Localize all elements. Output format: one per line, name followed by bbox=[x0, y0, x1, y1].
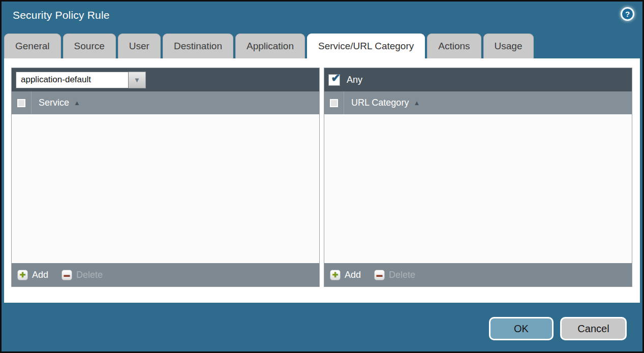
service-panel-footer: ✚ Add ▬ Delete bbox=[12, 263, 319, 286]
help-icon[interactable]: ? bbox=[621, 7, 634, 21]
service-select-all-cell bbox=[12, 91, 32, 114]
service-column-label[interactable]: Service bbox=[39, 98, 69, 108]
tab-bar: General Source User Destination Applicat… bbox=[4, 34, 534, 58]
service-type-dropdown-button[interactable]: ▼ bbox=[129, 72, 146, 88]
minus-icon: ▬ bbox=[62, 270, 72, 280]
url-category-select-all-checkbox[interactable] bbox=[329, 99, 339, 108]
sort-asc-icon[interactable]: ▲ bbox=[413, 99, 420, 107]
service-list-body bbox=[12, 114, 319, 263]
url-category-panel-header: ✔ Any bbox=[324, 68, 632, 91]
tab-usage[interactable]: Usage bbox=[483, 34, 534, 58]
tab-content-area: application-default ▼ Service ▲ ✚ bbox=[4, 58, 640, 303]
tab-source[interactable]: Source bbox=[63, 34, 116, 58]
delete-service-label: Delete bbox=[76, 270, 103, 280]
tab-destination[interactable]: Destination bbox=[163, 34, 233, 58]
url-category-list-body bbox=[324, 114, 632, 263]
add-service-button[interactable]: ✚ Add bbox=[17, 270, 48, 280]
service-select-all-checkbox[interactable] bbox=[17, 99, 26, 108]
delete-url-category-label: Delete bbox=[389, 270, 415, 280]
tab-actions[interactable]: Actions bbox=[427, 34, 481, 58]
tab-service-url-category[interactable]: Service/URL Category bbox=[307, 34, 425, 58]
security-policy-rule-dialog: Security Policy Rule ? General Source Us… bbox=[0, 0, 644, 353]
url-category-panel: ✔ Any URL Category ▲ ✚ Add bbox=[324, 68, 632, 287]
service-type-dropdown[interactable]: application-default ▼ bbox=[16, 72, 146, 88]
any-label: Any bbox=[347, 75, 362, 85]
url-category-column-label[interactable]: URL Category bbox=[351, 98, 409, 108]
service-panel-header: application-default ▼ bbox=[12, 68, 319, 91]
any-checkbox[interactable]: ✔ bbox=[328, 74, 340, 86]
url-category-column-header: URL Category ▲ bbox=[324, 91, 632, 114]
tab-application[interactable]: Application bbox=[235, 34, 305, 58]
cancel-button[interactable]: Cancel bbox=[560, 317, 627, 340]
add-url-category-label: Add bbox=[345, 270, 361, 280]
chevron-down-icon: ▼ bbox=[134, 77, 140, 83]
minus-icon: ▬ bbox=[374, 270, 385, 280]
sort-asc-icon[interactable]: ▲ bbox=[74, 99, 80, 107]
tab-user[interactable]: User bbox=[118, 34, 161, 58]
tab-general[interactable]: General bbox=[4, 34, 61, 58]
delete-url-category-button[interactable]: ▬ Delete bbox=[374, 270, 415, 280]
dialog-title: Security Policy Rule bbox=[13, 9, 110, 21]
delete-service-button[interactable]: ▬ Delete bbox=[62, 270, 103, 280]
service-column-header: Service ▲ bbox=[12, 91, 319, 114]
ok-button[interactable]: OK bbox=[489, 317, 554, 340]
add-service-label: Add bbox=[32, 270, 48, 280]
url-category-panel-footer: ✚ Add ▬ Delete bbox=[324, 263, 632, 286]
checkmark-icon: ✔ bbox=[331, 73, 340, 84]
plus-icon: ✚ bbox=[330, 270, 341, 280]
url-category-select-all-cell bbox=[324, 91, 344, 114]
add-url-category-button[interactable]: ✚ Add bbox=[330, 270, 361, 280]
service-type-dropdown-value[interactable]: application-default bbox=[16, 72, 129, 88]
service-panel: application-default ▼ Service ▲ ✚ bbox=[11, 68, 320, 287]
plus-icon: ✚ bbox=[17, 270, 28, 280]
